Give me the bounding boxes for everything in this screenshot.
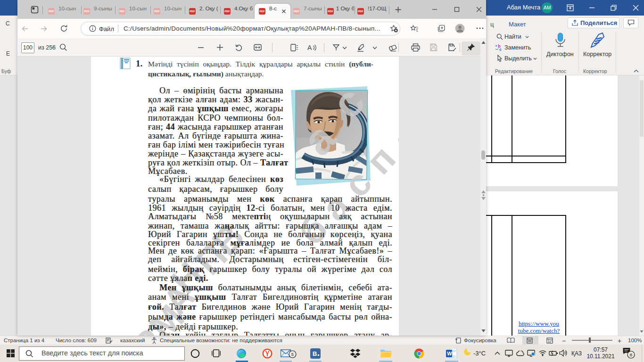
svg-text:B: B: [313, 350, 317, 357]
svg-text:A: A: [307, 44, 312, 51]
svg-text:5: 5: [291, 352, 294, 357]
svg-text:W: W: [447, 351, 452, 356]
svg-text:c: c: [499, 47, 502, 51]
svg-text:8: 8: [630, 352, 632, 357]
